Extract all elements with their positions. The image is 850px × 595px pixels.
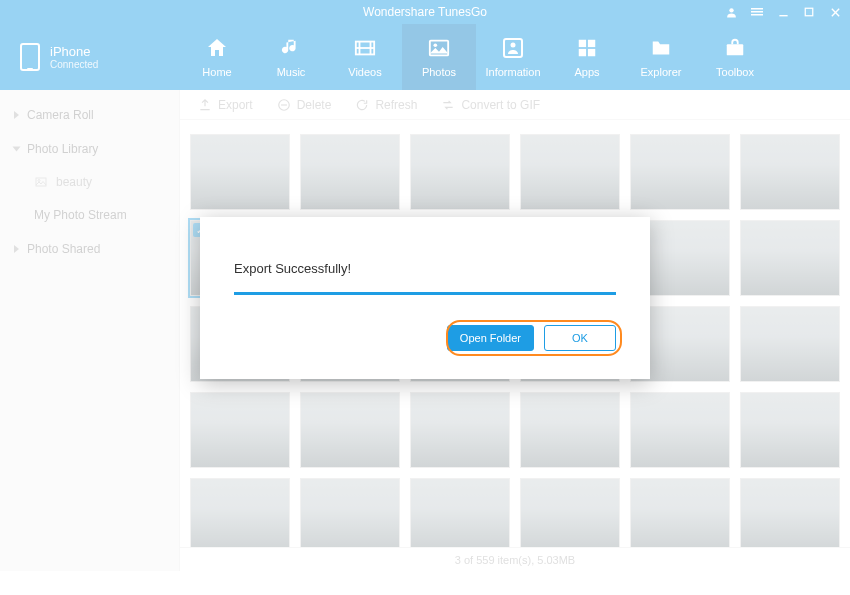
ok-button[interactable]: OK	[544, 325, 616, 351]
dialog-buttons: Open Folder OK	[234, 325, 616, 351]
dialog-message: Export Successfully!	[234, 261, 616, 276]
export-dialog: Export Successfully! Open Folder OK	[200, 217, 650, 379]
open-folder-button[interactable]: Open Folder	[447, 325, 534, 351]
progress-bar	[234, 292, 616, 295]
modal-overlay: Export Successfully! Open Folder OK	[0, 0, 850, 595]
